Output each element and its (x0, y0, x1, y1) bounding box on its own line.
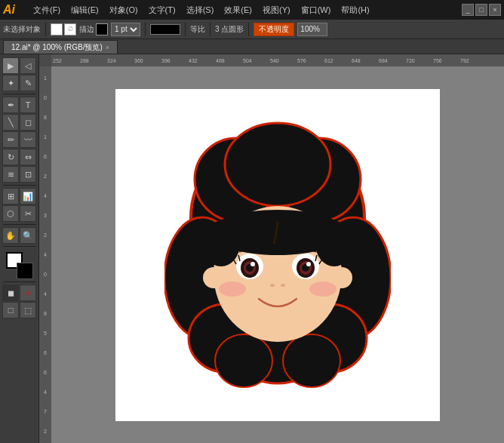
menu-effect[interactable]: 效果(E) (220, 3, 257, 17)
svg-point-40 (225, 123, 330, 206)
tab-close-icon[interactable]: × (106, 44, 109, 51)
pen-tool[interactable]: ✒ (2, 97, 19, 113)
stroke-style-preview (150, 24, 180, 35)
minimize-button[interactable]: _ (462, 4, 474, 16)
view-tools: ✋ 🔍 (2, 227, 36, 244)
hand-tool[interactable]: ✋ (2, 227, 19, 244)
window-controls: _ □ × (462, 4, 501, 16)
close-button[interactable]: × (489, 4, 501, 16)
pen-tools: ✒ T (2, 97, 36, 113)
menu-object[interactable]: 对象(O) (105, 3, 143, 17)
content-row: 1 0 8 1 6 2 4 3 2 4 0 4 8 5 6 6 4 (39, 66, 504, 443)
screen-mode2[interactable]: ⬚ (20, 302, 36, 318)
svg-text:612: 612 (324, 58, 333, 63)
type-tool[interactable]: T (20, 97, 36, 113)
color-area (6, 252, 33, 279)
divider4 (210, 23, 211, 36)
svg-text:360: 360 (134, 58, 143, 63)
svg-text:2: 2 (44, 174, 47, 179)
separator5 (3, 281, 36, 282)
svg-text:792: 792 (460, 58, 469, 63)
background-color[interactable] (17, 263, 33, 279)
menu-select[interactable]: 选择(S) (182, 3, 219, 17)
warp-tools: ≋ ⊡ (2, 166, 36, 183)
screen-mode1[interactable]: □ (2, 302, 19, 318)
svg-point-67 (315, 221, 353, 266)
fill-color-box[interactable] (51, 23, 63, 35)
svg-text:4: 4 (44, 291, 47, 297)
svg-text:4: 4 (44, 389, 47, 395)
line-tool[interactable]: ╲ (2, 114, 19, 131)
select-tool[interactable]: ▶ (2, 57, 19, 74)
options-bar: 未选择对象 ∅ 描边 1 pt 等比 3 点圆形 不透明度 (0, 20, 504, 39)
rect-tool[interactable]: ◻ (20, 114, 36, 131)
artboard (115, 89, 440, 421)
svg-text:252: 252 (53, 58, 62, 63)
svg-text:396: 396 (161, 58, 171, 63)
color-stack (6, 252, 33, 279)
fill-none[interactable]: ∅ (64, 23, 76, 35)
rotate-tool[interactable]: ↻ (2, 149, 19, 165)
slice-tool[interactable]: ✂ (20, 205, 36, 222)
title-bar: Ai 文件(F) 编辑(E) 对象(O) 文字(T) 选择(S) 效果(E) 视… (0, 0, 504, 20)
menu-edit[interactable]: 编辑(E) (66, 3, 103, 17)
opacity-input[interactable] (297, 23, 327, 36)
scale-tool[interactable]: ⇔ (20, 149, 36, 165)
svg-text:2: 2 (44, 429, 47, 434)
svg-text:540: 540 (270, 58, 279, 63)
svg-point-64 (281, 284, 285, 287)
ratio-label: 等比 (190, 24, 205, 35)
svg-text:756: 756 (433, 58, 442, 63)
menu-text[interactable]: 文字(T) (144, 3, 180, 17)
artboard-tool[interactable]: ⬡ (2, 205, 19, 222)
lasso-tool[interactable]: ✎ (20, 75, 36, 91)
svg-text:720: 720 (406, 58, 415, 63)
canvas-area[interactable] (51, 66, 504, 443)
fill-indicator[interactable]: ◼ (2, 285, 19, 301)
shape-tools: ✏ 〰 (2, 131, 36, 148)
symbol-tools: ⊞ 📊 (2, 188, 36, 205)
svg-text:4: 4 (44, 193, 47, 198)
maximize-button[interactable]: □ (475, 4, 487, 16)
menu-bar: 文件(F) 编辑(E) 对象(O) 文字(T) 选择(S) 效果(E) 视图(Y… (29, 3, 374, 17)
magic-wand-tool[interactable]: ✦ (2, 75, 19, 91)
direct-select-tool[interactable]: ◁ (20, 57, 36, 74)
zoom-tool[interactable]: 🔍 (20, 227, 36, 244)
free-transform[interactable]: ⊡ (20, 166, 36, 183)
document-tab[interactable]: 12.ai* @ 100% (RGB/预览) × (3, 40, 118, 54)
svg-text:7: 7 (44, 409, 47, 414)
opacity-label-btn: 不透明度 (254, 23, 294, 36)
svg-text:1: 1 (44, 75, 47, 81)
svg-text:5: 5 (44, 331, 47, 336)
svg-point-46 (215, 334, 272, 387)
path-tools: ╲ ◻ (2, 114, 36, 131)
svg-text:432: 432 (189, 58, 198, 63)
paintbrush-tool[interactable]: ✏ (2, 131, 19, 148)
graph-tool[interactable]: 📊 (20, 188, 36, 205)
svg-point-63 (270, 284, 275, 287)
svg-text:1: 1 (44, 134, 47, 140)
svg-text:684: 684 (379, 58, 388, 63)
warp-tool[interactable]: ≋ (2, 166, 19, 183)
toolbar: ▶ ◁ ✦ ✎ ✒ T ╲ ◻ ✏ 〰 ↻ ⇔ ≋ ⊡ ⊞ (0, 54, 39, 443)
pencil-tool[interactable]: 〰 (20, 131, 36, 148)
svg-point-61 (219, 281, 246, 297)
svg-text:3: 3 (44, 213, 47, 218)
extra-tools1: ◼ ⊘ (2, 285, 36, 301)
stroke-color-box[interactable] (96, 23, 108, 35)
menu-file[interactable]: 文件(F) (29, 3, 65, 17)
separator3 (3, 224, 36, 225)
menu-window[interactable]: 窗口(W) (297, 3, 336, 17)
symbol-tool[interactable]: ⊞ (2, 188, 19, 205)
svg-text:4: 4 (44, 252, 47, 257)
svg-text:648: 648 (352, 58, 361, 63)
ruler-corner (39, 54, 51, 66)
character-svg (164, 112, 391, 398)
no-fill-indicator[interactable]: ⊘ (20, 285, 36, 301)
pt-shape-label: 3 点圆形 (215, 24, 244, 35)
svg-text:6: 6 (44, 154, 47, 159)
menu-help[interactable]: 帮助(H) (337, 3, 373, 17)
stroke-weight-select[interactable]: 1 pt (111, 23, 140, 36)
svg-text:0: 0 (44, 95, 47, 100)
menu-view[interactable]: 视图(Y) (258, 3, 295, 17)
